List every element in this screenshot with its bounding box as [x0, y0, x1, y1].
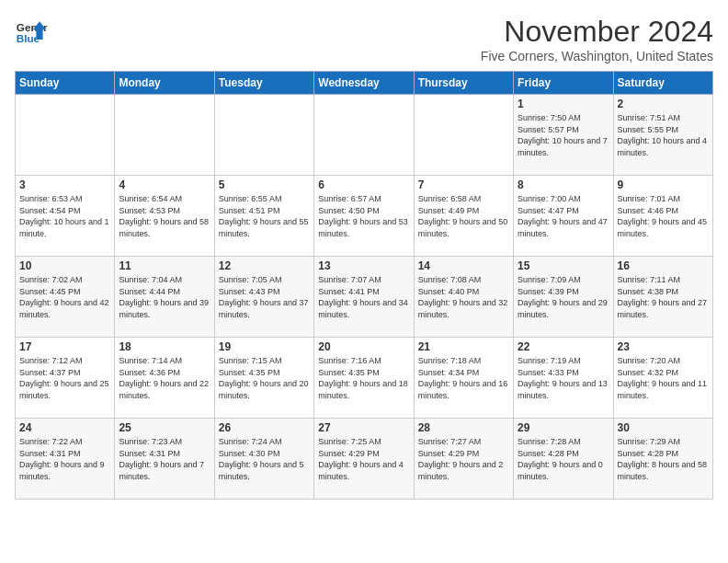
calendar-cell: 20Sunrise: 7:16 AM Sunset: 4:35 PM Dayli… — [314, 338, 414, 419]
day-number: 12 — [219, 259, 310, 272]
day-header: Monday — [115, 72, 214, 95]
day-info: Sunrise: 7:07 AM Sunset: 4:41 PM Dayligh… — [318, 274, 409, 320]
day-number: 29 — [518, 421, 609, 434]
calendar-cell: 19Sunrise: 7:15 AM Sunset: 4:35 PM Dayli… — [214, 338, 313, 419]
day-info: Sunrise: 7:23 AM Sunset: 4:31 PM Dayligh… — [119, 436, 210, 482]
day-number: 6 — [318, 178, 409, 191]
month-title: November 2024 — [481, 15, 713, 49]
calendar-table: SundayMondayTuesdayWednesdayThursdayFrid… — [15, 71, 713, 500]
day-info: Sunrise: 6:58 AM Sunset: 4:49 PM Dayligh… — [418, 193, 509, 239]
day-number: 4 — [119, 178, 210, 191]
calendar-cell: 7Sunrise: 6:58 AM Sunset: 4:49 PM Daylig… — [414, 176, 513, 257]
day-info: Sunrise: 7:24 AM Sunset: 4:30 PM Dayligh… — [219, 436, 310, 482]
calendar-cell: 30Sunrise: 7:29 AM Sunset: 4:28 PM Dayli… — [613, 419, 712, 500]
day-info: Sunrise: 7:22 AM Sunset: 4:31 PM Dayligh… — [19, 436, 110, 482]
day-number: 26 — [219, 421, 310, 434]
day-number: 22 — [518, 340, 609, 353]
day-number: 19 — [219, 340, 310, 353]
calendar-cell — [314, 95, 414, 176]
day-info: Sunrise: 7:20 AM Sunset: 4:32 PM Dayligh… — [618, 355, 709, 401]
calendar-cell: 25Sunrise: 7:23 AM Sunset: 4:31 PM Dayli… — [115, 419, 214, 500]
calendar-cell: 10Sunrise: 7:02 AM Sunset: 4:45 PM Dayli… — [16, 257, 115, 338]
day-info: Sunrise: 7:19 AM Sunset: 4:33 PM Dayligh… — [518, 355, 609, 401]
day-number: 8 — [518, 178, 609, 191]
day-number: 24 — [19, 421, 110, 434]
day-info: Sunrise: 7:25 AM Sunset: 4:29 PM Dayligh… — [318, 436, 409, 482]
calendar-cell: 14Sunrise: 7:08 AM Sunset: 4:40 PM Dayli… — [414, 257, 513, 338]
day-number: 13 — [318, 259, 409, 272]
calendar-cell: 4Sunrise: 6:54 AM Sunset: 4:53 PM Daylig… — [115, 176, 214, 257]
calendar-cell: 2Sunrise: 7:51 AM Sunset: 5:55 PM Daylig… — [613, 95, 712, 176]
day-header: Wednesday — [314, 72, 414, 95]
day-header: Thursday — [414, 72, 513, 95]
day-number: 27 — [318, 421, 409, 434]
day-number: 21 — [418, 340, 509, 353]
calendar-cell — [16, 95, 115, 176]
day-info: Sunrise: 7:15 AM Sunset: 4:35 PM Dayligh… — [219, 355, 310, 401]
calendar-cell: 29Sunrise: 7:28 AM Sunset: 4:28 PM Dayli… — [514, 419, 613, 500]
day-number: 3 — [19, 178, 110, 191]
calendar-cell: 26Sunrise: 7:24 AM Sunset: 4:30 PM Dayli… — [214, 419, 313, 500]
day-info: Sunrise: 7:14 AM Sunset: 4:36 PM Dayligh… — [119, 355, 210, 401]
day-number: 28 — [418, 421, 509, 434]
day-number: 17 — [19, 340, 110, 353]
day-number: 5 — [219, 178, 310, 191]
calendar-cell: 13Sunrise: 7:07 AM Sunset: 4:41 PM Dayli… — [314, 257, 414, 338]
day-number: 18 — [119, 340, 210, 353]
day-info: Sunrise: 7:18 AM Sunset: 4:34 PM Dayligh… — [418, 355, 509, 401]
calendar-cell: 11Sunrise: 7:04 AM Sunset: 4:44 PM Dayli… — [115, 257, 214, 338]
title-block: November 2024 Five Corners, Washington, … — [481, 15, 713, 63]
calendar-cell: 1Sunrise: 7:50 AM Sunset: 5:57 PM Daylig… — [514, 95, 613, 176]
calendar-cell — [414, 95, 513, 176]
day-info: Sunrise: 7:12 AM Sunset: 4:37 PM Dayligh… — [19, 355, 110, 401]
calendar-cell: 23Sunrise: 7:20 AM Sunset: 4:32 PM Dayli… — [613, 338, 712, 419]
day-number: 7 — [418, 178, 509, 191]
day-number: 11 — [119, 259, 210, 272]
day-info: Sunrise: 7:27 AM Sunset: 4:29 PM Dayligh… — [418, 436, 509, 482]
day-header: Sunday — [16, 72, 115, 95]
calendar-cell: 5Sunrise: 6:55 AM Sunset: 4:51 PM Daylig… — [214, 176, 313, 257]
calendar-cell: 8Sunrise: 7:00 AM Sunset: 4:47 PM Daylig… — [514, 176, 613, 257]
day-info: Sunrise: 7:00 AM Sunset: 4:47 PM Dayligh… — [518, 193, 609, 239]
day-info: Sunrise: 7:16 AM Sunset: 4:35 PM Dayligh… — [318, 355, 409, 401]
day-number: 30 — [618, 421, 709, 434]
day-info: Sunrise: 7:09 AM Sunset: 4:39 PM Dayligh… — [518, 274, 609, 320]
day-number: 14 — [418, 259, 509, 272]
calendar-cell: 17Sunrise: 7:12 AM Sunset: 4:37 PM Dayli… — [16, 338, 115, 419]
calendar-cell: 21Sunrise: 7:18 AM Sunset: 4:34 PM Dayli… — [414, 338, 513, 419]
day-number: 2 — [618, 98, 709, 110]
calendar-cell: 3Sunrise: 6:53 AM Sunset: 4:54 PM Daylig… — [16, 176, 115, 257]
day-info: Sunrise: 7:04 AM Sunset: 4:44 PM Dayligh… — [119, 274, 210, 320]
day-info: Sunrise: 6:55 AM Sunset: 4:51 PM Dayligh… — [219, 193, 310, 239]
day-number: 25 — [119, 421, 210, 434]
day-info: Sunrise: 7:02 AM Sunset: 4:45 PM Dayligh… — [19, 274, 110, 320]
calendar-cell: 24Sunrise: 7:22 AM Sunset: 4:31 PM Dayli… — [16, 419, 115, 500]
logo: General Blue — [15, 15, 48, 48]
day-number: 9 — [618, 178, 709, 191]
day-info: Sunrise: 7:11 AM Sunset: 4:38 PM Dayligh… — [618, 274, 709, 320]
day-number: 1 — [518, 98, 609, 110]
calendar-cell: 28Sunrise: 7:27 AM Sunset: 4:29 PM Dayli… — [414, 419, 513, 500]
calendar-cell: 22Sunrise: 7:19 AM Sunset: 4:33 PM Dayli… — [514, 338, 613, 419]
logo-icon: General Blue — [15, 15, 48, 48]
calendar-cell — [214, 95, 313, 176]
day-number: 23 — [618, 340, 709, 353]
calendar-cell: 9Sunrise: 7:01 AM Sunset: 4:46 PM Daylig… — [613, 176, 712, 257]
day-info: Sunrise: 6:54 AM Sunset: 4:53 PM Dayligh… — [119, 193, 210, 239]
day-info: Sunrise: 7:50 AM Sunset: 5:57 PM Dayligh… — [518, 112, 609, 158]
day-info: Sunrise: 7:05 AM Sunset: 4:43 PM Dayligh… — [219, 274, 310, 320]
calendar-cell: 27Sunrise: 7:25 AM Sunset: 4:29 PM Dayli… — [314, 419, 414, 500]
calendar-cell: 6Sunrise: 6:57 AM Sunset: 4:50 PM Daylig… — [314, 176, 414, 257]
day-header: Friday — [514, 72, 613, 95]
day-header: Saturday — [613, 72, 712, 95]
day-info: Sunrise: 7:29 AM Sunset: 4:28 PM Dayligh… — [618, 436, 709, 482]
day-number: 10 — [19, 259, 110, 272]
day-info: Sunrise: 6:57 AM Sunset: 4:50 PM Dayligh… — [318, 193, 409, 239]
day-number: 15 — [518, 259, 609, 272]
calendar-cell: 15Sunrise: 7:09 AM Sunset: 4:39 PM Dayli… — [514, 257, 613, 338]
day-info: Sunrise: 6:53 AM Sunset: 4:54 PM Dayligh… — [19, 193, 110, 239]
location-subtitle: Five Corners, Washington, United States — [481, 49, 713, 63]
day-info: Sunrise: 7:28 AM Sunset: 4:28 PM Dayligh… — [518, 436, 609, 482]
day-info: Sunrise: 7:51 AM Sunset: 5:55 PM Dayligh… — [618, 112, 709, 158]
calendar-cell: 12Sunrise: 7:05 AM Sunset: 4:43 PM Dayli… — [214, 257, 313, 338]
